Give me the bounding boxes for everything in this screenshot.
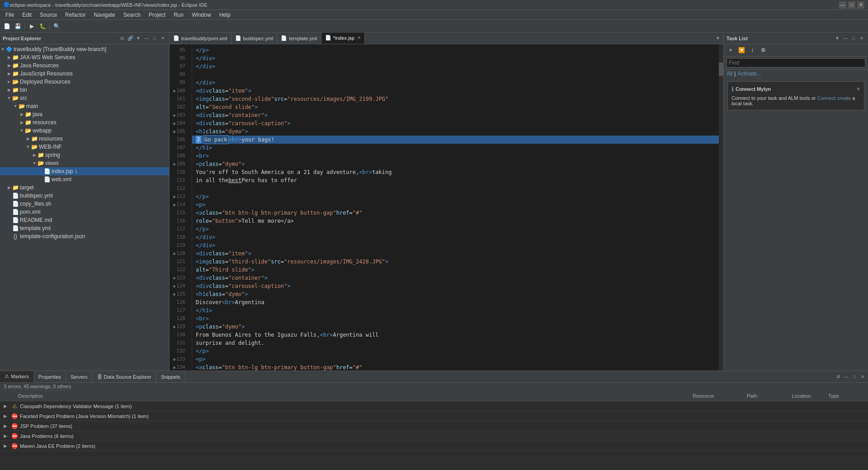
marker-row-2[interactable]: ▶ ⛔ JSP Problem (37 items): [0, 421, 868, 431]
fold-100[interactable]: ●: [173, 87, 175, 95]
tree-item-1[interactable]: ▶ 📁 JAX-WS Web Services: [0, 53, 169, 61]
code-line-117[interactable]: </p>: [192, 225, 719, 233]
code-line-115[interactable]: <a class="btn btn-lg btn-primary button-…: [192, 209, 719, 217]
fold-104[interactable]: ●: [173, 119, 175, 127]
fold-103[interactable]: ●: [173, 111, 175, 119]
code-line-99[interactable]: </div>: [192, 79, 719, 87]
collapse-bottom-button[interactable]: —: [843, 373, 850, 381]
tree-item-8[interactable]: ▶ 📁 java: [0, 110, 169, 118]
filter-markers-button[interactable]: ⚙: [835, 373, 842, 381]
view-menu-button[interactable]: ▼: [135, 35, 142, 42]
editor-scrollbar[interactable]: [719, 44, 723, 371]
tab-list-button[interactable]: ▼: [714, 35, 722, 42]
all-link[interactable]: All: [726, 70, 732, 77]
fold-109[interactable]: ●: [173, 160, 175, 168]
code-line-132[interactable]: </p>: [192, 347, 719, 355]
menu-window[interactable]: Window: [188, 11, 215, 19]
code-line-105[interactable]: <h1 class="dymo">: [192, 127, 719, 136]
code-line-111[interactable]: in all thebest Peru has to offer: [192, 176, 719, 184]
tree-item-19[interactable]: 📄 copy_files.sh: [0, 200, 169, 208]
code-line-116[interactable]: role="button">Tell me more</a>: [192, 217, 719, 225]
menu-help[interactable]: Help: [216, 11, 234, 19]
code-line-110[interactable]: You're off to South America on a 21 day …: [192, 168, 719, 176]
tab-buildspec[interactable]: 📄 buildspec.yml: [231, 33, 278, 44]
fold-114[interactable]: ●: [173, 201, 175, 209]
task-sort-button[interactable]: ↕: [747, 45, 757, 55]
code-line-96[interactable]: </div>: [192, 54, 719, 62]
run-button[interactable]: ▶: [27, 21, 37, 31]
tree-item-0[interactable]: ▼ 🔷 travelbuddy [TravelBuddy new-branch]: [0, 45, 169, 53]
task-list-view-menu[interactable]: ▼: [834, 35, 841, 42]
find-input[interactable]: [726, 58, 865, 67]
tab-index-jsp[interactable]: 📄 *index.jsp ✕: [321, 33, 365, 44]
marker-row-4[interactable]: ▶ ⛔ Maven Java EE Problem (2 items): [0, 441, 868, 451]
tab-properties[interactable]: Properties: [34, 371, 66, 382]
task-new-button[interactable]: +: [726, 45, 736, 55]
tree-item-23[interactable]: {} template-configuration.json: [0, 232, 169, 240]
code-line-119[interactable]: </div>: [192, 241, 719, 249]
tab-index-close[interactable]: ✕: [357, 35, 361, 40]
marker-row-3[interactable]: ▶ ⛔ Java Problems (6 items): [0, 431, 868, 441]
save-button[interactable]: 💾: [13, 21, 23, 31]
col-description[interactable]: Description: [18, 393, 693, 399]
tab-servers[interactable]: Servers: [66, 371, 93, 382]
minimize-button[interactable]: —: [839, 1, 846, 9]
tree-item-18[interactable]: 📄 buildspec.yml: [0, 192, 169, 200]
menu-source[interactable]: Source: [36, 11, 61, 19]
tab-template[interactable]: 📄 template.yml: [277, 33, 321, 44]
activate-link[interactable]: Activate...: [737, 70, 761, 77]
col-location[interactable]: Location: [792, 393, 828, 399]
expand-icon-3[interactable]: ▶: [4, 433, 11, 438]
code-line-123[interactable]: <div class="container">: [192, 274, 719, 282]
tab-datasource[interactable]: 🗄 Data Source Explorer: [93, 371, 156, 382]
maximize-bottom-button[interactable]: □: [851, 373, 858, 381]
code-line-108[interactable]: <br>: [192, 152, 719, 160]
menu-project[interactable]: Project: [145, 11, 169, 19]
close-button[interactable]: ✕: [857, 1, 864, 9]
fold-105[interactable]: ●: [173, 127, 175, 136]
expand-icon-4[interactable]: ▶: [4, 443, 11, 448]
code-line-100[interactable]: <div class="item">: [192, 87, 719, 95]
code-line-118[interactable]: </div>: [192, 233, 719, 241]
maximize-button[interactable]: □: [848, 1, 855, 9]
marker-row-0[interactable]: ▶ ⚠ Classpath Dependency Validator Messa…: [0, 401, 868, 411]
code-line-102[interactable]: alt="Second slide">: [192, 103, 719, 111]
link-editor-button[interactable]: 🔗: [127, 35, 134, 42]
task-list-close[interactable]: ✕: [858, 35, 865, 42]
tree-item-4[interactable]: ► 📂 Deployed Resources: [0, 78, 169, 86]
tab-markers[interactable]: ⚠ Markers: [0, 371, 34, 382]
code-line-104[interactable]: <div class="carousel-caption">: [192, 119, 719, 127]
tree-item-11[interactable]: ▶ 📁 resources: [0, 135, 169, 143]
code-line-103[interactable]: <div class="container">: [192, 111, 719, 119]
code-line-121[interactable]: <img class="third-slide" src="resources/…: [192, 258, 719, 266]
tab-pom-xml[interactable]: 📄 travelbuddy/pom.xml: [170, 33, 231, 44]
code-line-113[interactable]: </p>: [192, 193, 719, 201]
tree-item-6[interactable]: ▼ 📂 src: [0, 94, 169, 102]
code-line-114[interactable]: <p>: [192, 201, 719, 209]
tree-item-16[interactable]: 📄 web.xml: [0, 175, 169, 183]
code-line-124[interactable]: <div class="carousel-caption">: [192, 282, 719, 290]
fold-129[interactable]: ●: [173, 323, 175, 331]
tree-item-21[interactable]: 📄 README.md: [0, 216, 169, 224]
menu-run[interactable]: Run: [170, 11, 187, 19]
code-line-134[interactable]: <a class="btn btn-lg btn-primary button-…: [192, 363, 719, 371]
collapse-all-button[interactable]: ⊟: [118, 35, 126, 42]
menu-refactor[interactable]: Refactor: [61, 11, 89, 19]
tree-item-13[interactable]: ▶ 📁 spring: [0, 151, 169, 159]
code-line-109[interactable]: <p class="dymo">: [192, 160, 719, 168]
maximize-panel-button[interactable]: □: [151, 35, 158, 42]
code-line-127[interactable]: </h1>: [192, 306, 719, 315]
task-filter-button[interactable]: 🔽: [736, 45, 746, 55]
search-toolbar-button[interactable]: 🔍: [52, 21, 61, 31]
tree-item-15[interactable]: 📄 index.jsp 1: [0, 167, 169, 175]
menu-search[interactable]: Search: [120, 11, 144, 19]
fold-123[interactable]: ●: [173, 274, 175, 282]
code-line-122[interactable]: alt="Third slide">: [192, 266, 719, 274]
col-resource[interactable]: Resource: [693, 393, 747, 399]
task-list-minimize[interactable]: —: [842, 35, 849, 42]
code-line-130[interactable]: From Buenos Aires to the Iguazu Falls,<b…: [192, 331, 719, 339]
debug-button[interactable]: 🐛: [38, 21, 47, 31]
code-line-106[interactable]: 2 Go pack<br>your bags!: [192, 136, 719, 144]
fold-124[interactable]: ●: [173, 282, 175, 290]
menu-edit[interactable]: Edit: [19, 11, 35, 19]
